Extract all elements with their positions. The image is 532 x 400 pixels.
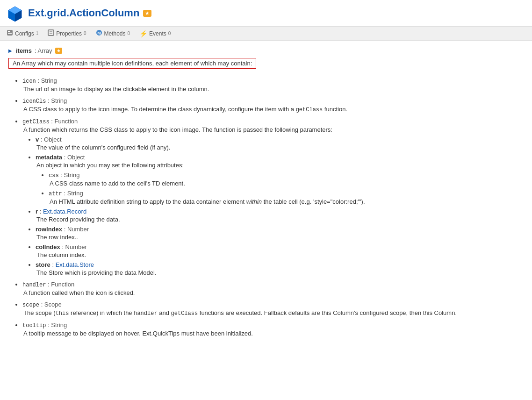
- sub-prop-name: store: [36, 261, 50, 268]
- ext-data-record-link[interactable]: Ext.data.Record: [43, 208, 86, 215]
- sub-prop-type: : Object: [39, 136, 61, 143]
- sub-prop-type: : Number: [62, 226, 89, 233]
- events-label: Events: [149, 30, 166, 37]
- inline-code: getClass: [171, 310, 198, 317]
- section-arrow: ▶: [8, 48, 12, 53]
- sub-prop-type: :: [50, 261, 56, 268]
- list-item: getClass : Function A function which ret…: [22, 118, 524, 276]
- prop-type: : Function: [46, 281, 74, 288]
- methods-count: 0: [128, 31, 130, 36]
- prop-desc: The url of an image to display as the cl…: [22, 86, 524, 93]
- configs-icon: [7, 29, 13, 37]
- prop-desc: The scope (this reference) in which the …: [22, 309, 524, 317]
- property-star: ★: [55, 48, 62, 54]
- sub-prop-type: :: [38, 208, 43, 215]
- subsub-list-item: css : String A CSS class name to add to …: [49, 171, 524, 187]
- prop-desc: A CSS class to apply to the icon image. …: [22, 106, 524, 113]
- property-name: items: [16, 47, 32, 54]
- list-item: icon : String The url of an image to dis…: [22, 77, 524, 93]
- sub-list: v : Object The value of the column's con…: [22, 136, 524, 276]
- list-item: handler : Function A function called whe…: [22, 281, 524, 296]
- ext-data-store-link[interactable]: Ext.data.Store: [56, 261, 94, 268]
- star-badge: ★: [143, 10, 151, 17]
- nav-item-configs[interactable]: Configs 1: [7, 29, 38, 37]
- sub-prop-desc: An object in which you may set the follo…: [36, 162, 524, 169]
- sub-prop-desc: The Record providing the data.: [36, 216, 524, 223]
- sub-prop-name: colIndex: [36, 243, 60, 250]
- sub-prop-desc: The row index..: [36, 234, 524, 241]
- configs-count: 1: [36, 31, 39, 36]
- sub-list-item: store : Ext.data.Store The Store which i…: [36, 261, 524, 276]
- prop-type: : String: [46, 97, 67, 104]
- nav-item-properties[interactable]: Properties 0: [48, 29, 86, 37]
- inline-code: handler: [134, 310, 157, 317]
- sub-prop-type: : Object: [62, 154, 85, 161]
- events-count: 0: [168, 31, 171, 36]
- sub-list-item: v : Object The value of the column's con…: [36, 136, 524, 151]
- sub-prop-name: metadata: [36, 154, 62, 161]
- nav-item-events[interactable]: ⚡ Events 0: [139, 29, 171, 37]
- sub-list-item: r : Ext.data.Record The Record providing…: [36, 208, 524, 223]
- inline-code: this: [56, 310, 69, 317]
- prop-desc: A function called when the icon is click…: [22, 289, 524, 296]
- svg-rect-7: [48, 30, 54, 36]
- prop-name: getClass: [22, 119, 50, 125]
- prop-type: : Scope: [39, 301, 62, 308]
- sub-prop-desc: The value of the column's configured fie…: [36, 144, 524, 151]
- subsub-prop-name: css: [49, 172, 59, 179]
- subsub-prop-name: attr: [49, 191, 62, 197]
- properties-icon: [48, 29, 54, 37]
- prop-type: : String: [46, 321, 67, 329]
- class-icon: [7, 5, 23, 21]
- configs-label: Configs: [15, 30, 34, 37]
- subsub-prop-type: : String: [59, 171, 80, 179]
- subsub-prop-desc: A CSS class name to add to the cell's TD…: [49, 180, 524, 187]
- properties-label: Properties: [56, 30, 82, 37]
- description-box: An Array which may contain multiple icon…: [8, 58, 256, 69]
- svg-text:M: M: [97, 31, 101, 36]
- sub-list-item: rowIndex : Number The row index..: [36, 226, 524, 241]
- list-item: iconCls : String A CSS class to apply to…: [22, 97, 524, 113]
- prop-name: scope: [22, 302, 39, 308]
- subsub-list: css : String A CSS class name to add to …: [36, 171, 524, 205]
- prop-type: : String: [36, 77, 57, 84]
- properties-count: 0: [84, 31, 86, 36]
- prop-name: iconCls: [22, 98, 46, 105]
- sub-list-item: colIndex : Number The column index.: [36, 243, 524, 258]
- description-text: An Array which may contain multiple icon…: [13, 60, 252, 67]
- prop-name: icon: [22, 78, 36, 85]
- property-header: ▶ items : Array ★: [8, 45, 524, 55]
- sub-prop-desc: The Store which is providing the data Mo…: [36, 269, 524, 276]
- sub-list-item: metadata : Object An object in which you…: [36, 154, 524, 205]
- methods-label: Methods: [104, 30, 126, 37]
- nav-bar: Configs 1 Properties 0 M Methods 0 ⚡ Eve…: [0, 27, 532, 41]
- sub-prop-desc: The column index.: [36, 251, 524, 258]
- list-item: scope : Scope The scope (this reference)…: [22, 301, 524, 317]
- prop-name: tooltip: [22, 322, 46, 329]
- inline-code: getClass: [296, 107, 323, 113]
- property-list: icon : String The url of an image to dis…: [8, 77, 524, 337]
- page-header: Ext.grid.ActionColumn ★: [0, 0, 532, 27]
- svg-rect-6: [8, 33, 12, 34]
- events-icon: ⚡: [139, 30, 147, 37]
- prop-type: : Function: [50, 118, 78, 125]
- methods-icon: M: [96, 29, 102, 37]
- subsub-list-item: attr : String An HTML attribute definiti…: [49, 190, 524, 205]
- main-content: ▶ items : Array ★ An Array which may con…: [0, 41, 532, 351]
- property-type: : Array: [35, 47, 52, 54]
- page-title: Ext.grid.ActionColumn: [28, 7, 139, 19]
- sub-prop-name: rowIndex: [36, 226, 62, 233]
- sub-prop-type: : Number: [60, 243, 87, 250]
- prop-name: handler: [22, 282, 46, 288]
- subsub-prop-desc: An HTML attribute definition string to a…: [49, 198, 524, 205]
- subsub-prop-type: : String: [62, 190, 83, 197]
- nav-item-methods[interactable]: M Methods 0: [96, 29, 130, 37]
- svg-rect-5: [8, 31, 10, 32]
- list-item: tooltip : String A tooltip message to be…: [22, 321, 524, 337]
- prop-desc: A tooltip message to be displayed on hov…: [22, 330, 524, 337]
- prop-desc: A function which returns the CSS class t…: [22, 126, 524, 133]
